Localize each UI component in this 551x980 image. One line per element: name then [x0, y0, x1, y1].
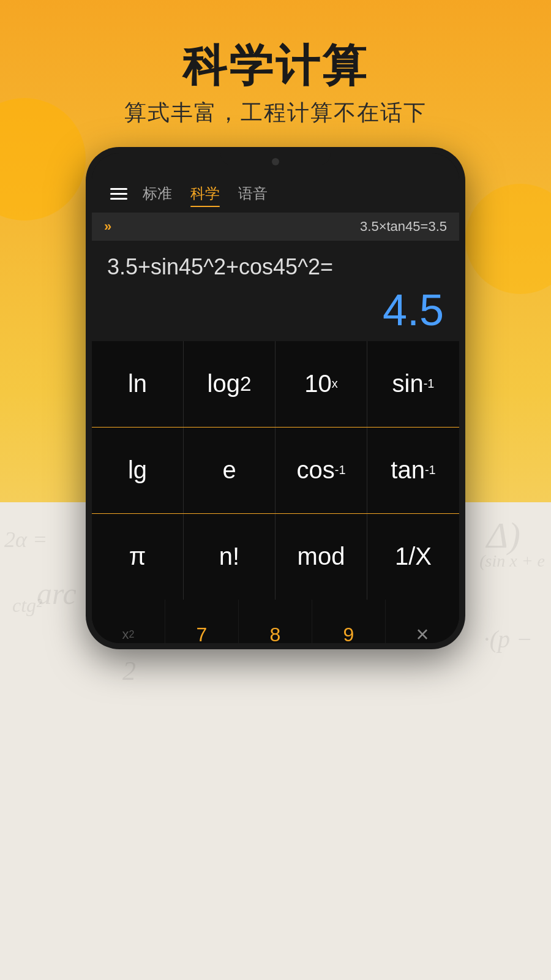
- key-7[interactable]: 7: [165, 600, 239, 643]
- tab-standard[interactable]: 标准: [143, 184, 172, 203]
- key-reciprocal[interactable]: 1/X: [367, 514, 459, 600]
- key-mod[interactable]: mod: [276, 514, 367, 600]
- current-expression: 3.5+sin45^2+cos45^2=: [107, 253, 444, 282]
- formula-5: Δ): [487, 514, 520, 557]
- scientific-keyboard: ln log2 10x sin-1 lg e cos-1 tan-1 π n! …: [92, 341, 459, 600]
- menu-line-2: [110, 193, 127, 195]
- num-row-1: x2 7 8 9 ×: [92, 600, 459, 643]
- key-pi[interactable]: π: [92, 514, 184, 600]
- numeric-keyboard: x2 7 8 9 × x3 4 5 6 − √x 1: [92, 600, 459, 643]
- key-tan-inv[interactable]: tan-1: [367, 428, 459, 513]
- history-arrow-icon: »: [104, 219, 111, 235]
- sci-row-1: ln log2 10x sin-1: [92, 341, 459, 428]
- key-8[interactable]: 8: [239, 600, 312, 643]
- formula-1: tg 2α =: [0, 527, 47, 552]
- phone-screen: 标准 科学 语音 » 3.5×tan45=3.5 3.5+sin45^2+cos…: [92, 153, 459, 643]
- key-multiply[interactable]: ×: [386, 600, 459, 643]
- camera: [272, 158, 279, 165]
- key-ln[interactable]: ln: [92, 341, 184, 427]
- result-value: 4.5: [107, 285, 444, 335]
- phone-body: 标准 科学 语音 » 3.5×tan45=3.5 3.5+sin45^2+cos…: [86, 147, 465, 649]
- sci-row-3: π n! mod 1/X: [92, 514, 459, 600]
- menu-line-3: [110, 198, 127, 200]
- nav-tab-list: 标准 科学 语音: [143, 184, 268, 203]
- phone-mockup: 标准 科学 语音 » 3.5×tan45=3.5 3.5+sin45^2+cos…: [86, 147, 465, 943]
- key-sin-inv[interactable]: sin-1: [367, 341, 459, 427]
- key-10x[interactable]: 10x: [276, 341, 367, 427]
- key-x-squared[interactable]: x2: [92, 600, 165, 643]
- main-display: 3.5+sin45^2+cos45^2= 4.5: [92, 241, 459, 341]
- hero-subtitle: 算式丰富，工程计算不在话下: [0, 98, 551, 128]
- tab-scientific[interactable]: 科学: [190, 184, 220, 203]
- history-row: » 3.5×tan45=3.5: [92, 213, 459, 241]
- history-expression: 3.5×tan45=3.5: [119, 219, 447, 235]
- key-9[interactable]: 9: [312, 600, 386, 643]
- menu-button[interactable]: [110, 188, 127, 200]
- tab-voice[interactable]: 语音: [238, 184, 268, 203]
- hero-title: 科学计算: [0, 37, 551, 96]
- key-log2[interactable]: log2: [184, 341, 276, 427]
- key-cos-inv[interactable]: cos-1: [276, 428, 367, 513]
- key-e[interactable]: e: [184, 428, 276, 513]
- key-lg[interactable]: lg: [92, 428, 184, 513]
- formula-6: arc: [37, 576, 77, 611]
- key-factorial[interactable]: n!: [184, 514, 276, 600]
- menu-line-1: [110, 188, 127, 190]
- sci-row-2: lg e cos-1 tan-1: [92, 428, 459, 514]
- formula-4: ·(p −: [484, 625, 533, 654]
